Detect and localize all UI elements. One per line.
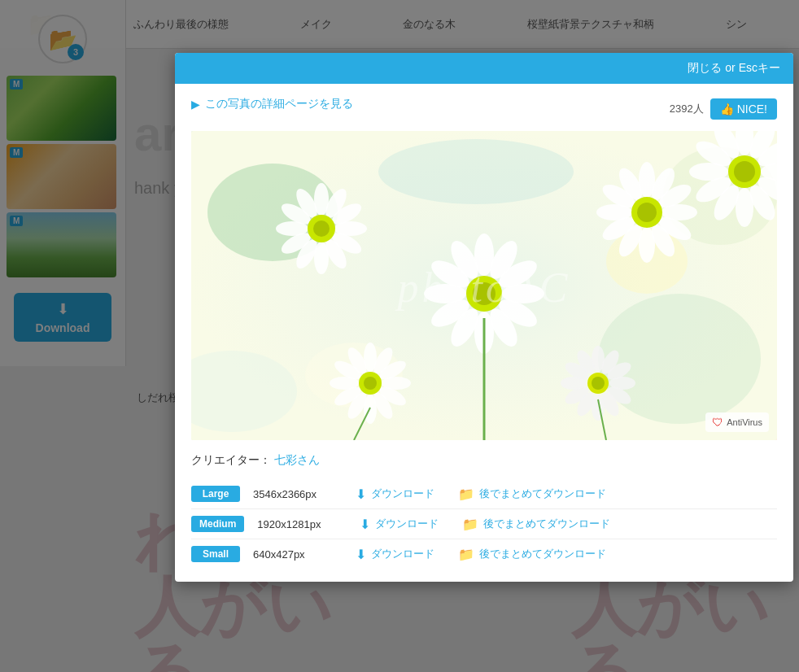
svg-point-91: [592, 377, 605, 390]
folder-icon-small: 📁: [458, 547, 474, 562]
nice-label: NICE!: [737, 103, 767, 116]
download-link-small[interactable]: ⬇ ダウンロード: [356, 547, 445, 562]
download-text-small: ダウンロード: [371, 547, 434, 561]
detail-link-text[interactable]: この写真の詳細ページを見る: [205, 97, 353, 111]
size-row-large: Large 3546x2366px ⬇ ダウンロード 📁 後でまとめてダウンロー…: [191, 479, 777, 509]
svg-point-3: [378, 139, 574, 204]
size-px-small: 640x427px: [253, 548, 343, 561]
later-link-medium[interactable]: 📁 後でまとめてダウンロード: [462, 517, 610, 532]
size-px-large: 3546x2366px: [253, 488, 343, 500]
modal-detail-row: ▶ この写真の詳細ページを見る 2392人 👍 NICE!: [191, 97, 777, 121]
thumbs-up-icon: 👍: [720, 103, 734, 116]
download-text-medium: ダウンロード: [375, 517, 439, 531]
modal-close-text[interactable]: 閉じる or Escキー: [688, 61, 780, 76]
svg-point-77: [734, 161, 755, 182]
svg-point-35: [313, 220, 330, 237]
size-row-medium: Medium 1920x1281px ⬇ ダウンロード 📁 後でまとめてダウンロ…: [191, 509, 777, 539]
download-link-large[interactable]: ⬇ ダウンロード: [356, 487, 445, 502]
size-options: Large 3546x2366px ⬇ ダウンロード 📁 後でまとめてダウンロー…: [191, 479, 777, 569]
download-link-medium[interactable]: ⬇ ダウンロード: [360, 517, 449, 532]
later-text-small: 後でまとめてダウンロード: [479, 547, 606, 561]
creator-label: クリエイター：: [191, 453, 271, 466]
creator-row: クリエイター： 七彩さん: [191, 453, 777, 468]
download-icon-medium: ⬇: [360, 517, 370, 532]
play-icon: ▶: [191, 98, 200, 111]
svg-point-2: [598, 294, 761, 424]
creator-link[interactable]: 七彩さん: [274, 453, 320, 466]
svg-text:photoAC: photoAC: [395, 264, 571, 311]
size-row-small: Small 640x427px ⬇ ダウンロード 📁 後でまとめてダウンロード: [191, 539, 777, 569]
download-icon-large: ⬇: [356, 487, 366, 502]
folder-icon-medium: 📁: [462, 517, 478, 532]
modal-dialog: 閉じる or Escキー ▶ この写真の詳細ページを見る 2392人 👍 NIC…: [175, 53, 793, 582]
shield-icon: 🛡: [712, 416, 723, 429]
svg-point-49: [637, 203, 657, 222]
modal-detail-link[interactable]: ▶ この写真の詳細ページを見る: [191, 97, 353, 111]
modal-body: ▶ この写真の詳細ページを見る 2392人 👍 NICE!: [175, 84, 793, 582]
size-px-medium: 1920x1281px: [257, 518, 347, 530]
antivirus-text: AntiVirus: [727, 417, 762, 427]
photo-svg: photoAC: [191, 131, 777, 440]
modal-header: 閉じる or Escキー: [175, 53, 793, 84]
folder-icon-large: 📁: [458, 487, 474, 502]
nice-count: 2392人: [670, 102, 704, 116]
modal-image: photoAC 🛡 AntiVirus: [191, 131, 777, 440]
later-link-large[interactable]: 📁 後でまとめてダウンロード: [458, 487, 606, 502]
download-text-large: ダウンロード: [371, 487, 434, 501]
antivirus-badge: 🛡 AntiVirus: [705, 412, 769, 432]
svg-point-63: [364, 377, 377, 390]
later-text-medium: 後でまとめてダウンロード: [483, 517, 610, 531]
nice-section: 2392人 👍 NICE!: [670, 98, 777, 120]
size-badge-large: Large: [191, 486, 240, 502]
nice-button[interactable]: 👍 NICE!: [710, 98, 777, 120]
size-badge-medium: Medium: [191, 516, 244, 532]
size-badge-small: Small: [191, 546, 240, 562]
download-icon-small: ⬇: [356, 547, 366, 562]
later-link-small[interactable]: 📁 後でまとめてダウンロード: [458, 547, 606, 562]
later-text-large: 後でまとめてダウンロード: [479, 487, 606, 501]
modal-image-wrapper: photoAC 🛡 AntiVirus: [191, 131, 777, 440]
